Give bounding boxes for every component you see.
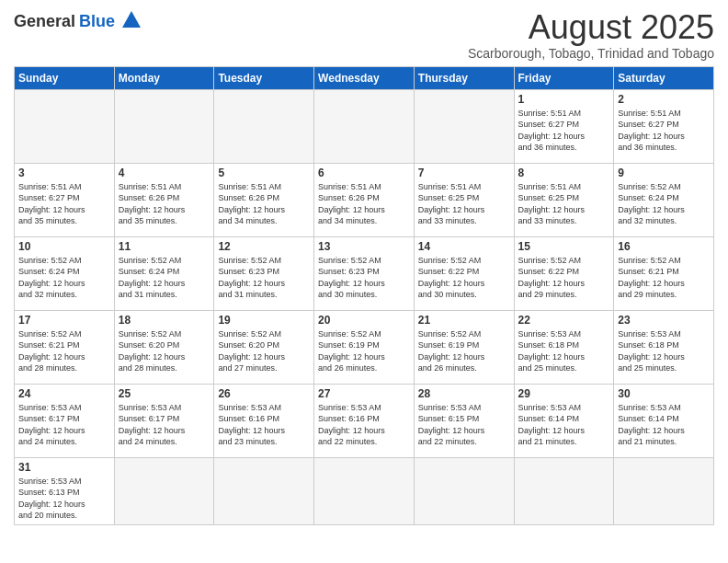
week-row-3: 17Sunrise: 5:52 AM Sunset: 6:21 PM Dayli… <box>15 310 714 384</box>
day-info: Sunrise: 5:52 AM Sunset: 6:19 PM Dayligh… <box>318 328 410 374</box>
day-number: 28 <box>418 387 510 400</box>
day-cell: 7Sunrise: 5:51 AM Sunset: 6:25 PM Daylig… <box>414 163 514 236</box>
day-number: 15 <box>518 240 610 253</box>
day-number: 29 <box>518 387 610 400</box>
day-cell <box>114 457 214 524</box>
day-number: 24 <box>18 387 110 400</box>
day-info: Sunrise: 5:52 AM Sunset: 6:20 PM Dayligh… <box>119 328 210 374</box>
day-cell: 10Sunrise: 5:52 AM Sunset: 6:24 PM Dayli… <box>15 236 115 310</box>
day-info: Sunrise: 5:53 AM Sunset: 6:18 PM Dayligh… <box>618 328 710 374</box>
day-number: 18 <box>119 314 210 327</box>
day-number: 8 <box>518 167 610 179</box>
day-info: Sunrise: 5:51 AM Sunset: 6:25 PM Dayligh… <box>418 181 510 227</box>
day-cell <box>614 457 714 524</box>
day-info: Sunrise: 5:52 AM Sunset: 6:24 PM Dayligh… <box>119 255 210 301</box>
day-info: Sunrise: 5:52 AM Sunset: 6:20 PM Dayligh… <box>218 328 310 374</box>
day-cell: 19Sunrise: 5:52 AM Sunset: 6:20 PM Dayli… <box>214 310 314 384</box>
day-cell <box>414 89 514 163</box>
day-cell: 20Sunrise: 5:52 AM Sunset: 6:19 PM Dayli… <box>314 310 415 384</box>
week-row-4: 24Sunrise: 5:53 AM Sunset: 6:17 PM Dayli… <box>15 384 714 457</box>
day-info: Sunrise: 5:52 AM Sunset: 6:22 PM Dayligh… <box>518 255 610 301</box>
day-info: Sunrise: 5:53 AM Sunset: 6:18 PM Dayligh… <box>518 328 610 374</box>
day-info: Sunrise: 5:51 AM Sunset: 6:27 PM Dayligh… <box>18 181 110 227</box>
day-number: 7 <box>418 167 510 179</box>
day-info: Sunrise: 5:51 AM Sunset: 6:27 PM Dayligh… <box>618 108 710 154</box>
day-info: Sunrise: 5:53 AM Sunset: 6:14 PM Dayligh… <box>618 402 710 448</box>
day-cell <box>514 457 614 524</box>
day-cell: 16Sunrise: 5:52 AM Sunset: 6:21 PM Dayli… <box>614 236 714 310</box>
day-cell <box>214 89 314 163</box>
title-area: August 2025 Scarborough, Tobago, Trinida… <box>468 9 714 61</box>
day-cell: 30Sunrise: 5:53 AM Sunset: 6:14 PM Dayli… <box>614 384 714 457</box>
week-row-5: 31Sunrise: 5:53 AM Sunset: 6:13 PM Dayli… <box>15 457 714 524</box>
day-number: 23 <box>618 314 710 327</box>
day-number: 27 <box>318 387 410 400</box>
day-info: Sunrise: 5:51 AM Sunset: 6:26 PM Dayligh… <box>119 181 210 227</box>
day-cell: 8Sunrise: 5:51 AM Sunset: 6:25 PM Daylig… <box>514 163 614 236</box>
day-number: 2 <box>618 93 710 106</box>
day-cell <box>314 457 415 524</box>
col-header-wednesday: Wednesday <box>314 66 415 89</box>
day-number: 16 <box>618 240 710 253</box>
day-cell <box>114 89 214 163</box>
day-info: Sunrise: 5:52 AM Sunset: 6:21 PM Dayligh… <box>618 255 710 301</box>
subtitle: Scarborough, Tobago, Trinidad and Tobago <box>468 46 714 61</box>
day-cell: 22Sunrise: 5:53 AM Sunset: 6:18 PM Dayli… <box>514 310 614 384</box>
col-header-tuesday: Tuesday <box>214 66 314 89</box>
logo-general: General <box>14 12 75 31</box>
col-header-saturday: Saturday <box>614 66 714 89</box>
day-number: 5 <box>218 167 310 179</box>
day-info: Sunrise: 5:52 AM Sunset: 6:24 PM Dayligh… <box>618 181 710 227</box>
logo: General Blue <box>14 9 142 33</box>
logo-area: General Blue <box>14 9 142 33</box>
day-cell <box>414 457 514 524</box>
day-cell: 31Sunrise: 5:53 AM Sunset: 6:13 PM Dayli… <box>15 457 115 524</box>
day-number: 25 <box>119 387 210 400</box>
day-info: Sunrise: 5:53 AM Sunset: 6:14 PM Dayligh… <box>518 402 610 448</box>
day-number: 20 <box>318 314 410 327</box>
week-row-1: 3Sunrise: 5:51 AM Sunset: 6:27 PM Daylig… <box>15 163 714 236</box>
logo-icon <box>121 9 142 29</box>
calendar-table: SundayMondayTuesdayWednesdayThursdayFrid… <box>14 66 714 525</box>
day-number: 14 <box>418 240 510 253</box>
day-info: Sunrise: 5:52 AM Sunset: 6:22 PM Dayligh… <box>418 255 510 301</box>
day-number: 22 <box>518 314 610 327</box>
day-info: Sunrise: 5:53 AM Sunset: 6:15 PM Dayligh… <box>418 402 510 448</box>
day-cell: 13Sunrise: 5:52 AM Sunset: 6:23 PM Dayli… <box>314 236 415 310</box>
day-number: 6 <box>318 167 410 179</box>
day-info: Sunrise: 5:52 AM Sunset: 6:19 PM Dayligh… <box>418 328 510 374</box>
day-info: Sunrise: 5:51 AM Sunset: 6:27 PM Dayligh… <box>518 108 610 154</box>
day-info: Sunrise: 5:51 AM Sunset: 6:26 PM Dayligh… <box>318 181 410 227</box>
day-cell: 11Sunrise: 5:52 AM Sunset: 6:24 PM Dayli… <box>114 236 214 310</box>
day-number: 17 <box>18 314 110 327</box>
month-title: August 2025 <box>468 9 714 46</box>
day-cell: 1Sunrise: 5:51 AM Sunset: 6:27 PM Daylig… <box>514 89 614 163</box>
logo-blue: Blue <box>79 12 115 31</box>
day-cell: 26Sunrise: 5:53 AM Sunset: 6:16 PM Dayli… <box>214 384 314 457</box>
day-cell: 29Sunrise: 5:53 AM Sunset: 6:14 PM Dayli… <box>514 384 614 457</box>
day-cell: 2Sunrise: 5:51 AM Sunset: 6:27 PM Daylig… <box>614 89 714 163</box>
col-header-thursday: Thursday <box>414 66 514 89</box>
day-info: Sunrise: 5:51 AM Sunset: 6:26 PM Dayligh… <box>218 181 310 227</box>
day-cell: 18Sunrise: 5:52 AM Sunset: 6:20 PM Dayli… <box>114 310 214 384</box>
header: General Blue August 2025 Scarborough, To… <box>14 9 714 61</box>
day-info: Sunrise: 5:52 AM Sunset: 6:21 PM Dayligh… <box>18 328 110 374</box>
header-row: SundayMondayTuesdayWednesdayThursdayFrid… <box>15 66 714 89</box>
day-number: 11 <box>119 240 210 253</box>
day-cell: 24Sunrise: 5:53 AM Sunset: 6:17 PM Dayli… <box>15 384 115 457</box>
svg-marker-0 <box>122 11 141 28</box>
col-header-monday: Monday <box>114 66 214 89</box>
day-info: Sunrise: 5:52 AM Sunset: 6:23 PM Dayligh… <box>318 255 410 301</box>
day-cell: 9Sunrise: 5:52 AM Sunset: 6:24 PM Daylig… <box>614 163 714 236</box>
day-info: Sunrise: 5:52 AM Sunset: 6:23 PM Dayligh… <box>218 255 310 301</box>
day-cell <box>15 89 115 163</box>
day-cell: 12Sunrise: 5:52 AM Sunset: 6:23 PM Dayli… <box>214 236 314 310</box>
day-cell: 17Sunrise: 5:52 AM Sunset: 6:21 PM Dayli… <box>15 310 115 384</box>
day-cell: 14Sunrise: 5:52 AM Sunset: 6:22 PM Dayli… <box>414 236 514 310</box>
day-number: 31 <box>18 461 110 474</box>
day-cell <box>214 457 314 524</box>
day-number: 10 <box>18 240 110 253</box>
day-cell: 5Sunrise: 5:51 AM Sunset: 6:26 PM Daylig… <box>214 163 314 236</box>
day-info: Sunrise: 5:51 AM Sunset: 6:25 PM Dayligh… <box>518 181 610 227</box>
day-number: 3 <box>18 167 110 179</box>
